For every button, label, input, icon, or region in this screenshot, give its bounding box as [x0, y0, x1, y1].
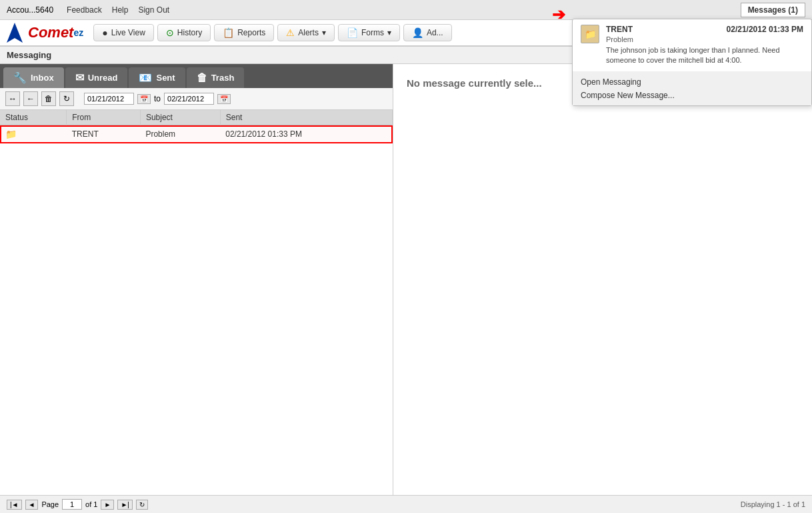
- history-label: History: [177, 28, 202, 37]
- refresh-button[interactable]: ↻: [59, 91, 74, 106]
- admin-icon: 👤: [412, 27, 423, 38]
- reports-button[interactable]: 📋 Reports: [214, 24, 274, 41]
- right-panel: No message currently sele...: [393, 64, 812, 512]
- row-sent: 02/21/2012 01:33 PM: [220, 125, 392, 143]
- trash-icon: 🗑: [197, 72, 207, 84]
- live-view-icon: ●: [102, 27, 107, 38]
- logo-swoosh-icon: [3, 21, 27, 45]
- first-page-button[interactable]: |◄: [7, 500, 22, 510]
- date-range: 📅 to 📅: [84, 93, 231, 105]
- forms-chevron-icon: ▾: [387, 28, 391, 37]
- history-button[interactable]: ⊙ History: [157, 24, 211, 41]
- signout-link[interactable]: Sign Out: [138, 5, 169, 15]
- col-from: From: [67, 110, 141, 125]
- pagination-bar: |◄ ◄ Page of 1 ► ►| ↻ Displaying 1 - 1 o…: [0, 495, 812, 513]
- popup-actions: Open Messaging Compose New Message...: [573, 72, 811, 105]
- history-icon: ⊙: [166, 27, 174, 38]
- top-bar: Accou...5640 Feedback Help Sign Out ➔ Me…: [0, 0, 812, 20]
- forms-button[interactable]: 📄 Forms ▾: [338, 24, 400, 41]
- popup-message-header: TRENT 02/21/2012 01:33 PM: [606, 25, 803, 34]
- date-from-calendar-button[interactable]: 📅: [137, 94, 151, 104]
- date-from-input[interactable]: [84, 93, 134, 105]
- admin-label: Ad...: [427, 28, 443, 37]
- move-button[interactable]: ↔: [5, 91, 20, 106]
- logo-ez-text: ez: [73, 27, 83, 38]
- tab-inbox-label: Inbox: [31, 73, 54, 83]
- col-subject: Subject: [140, 110, 220, 125]
- reports-label: Reports: [237, 28, 265, 37]
- admin-button[interactable]: 👤 Ad...: [403, 24, 452, 41]
- svg-marker-0: [7, 23, 23, 43]
- account-label: Accou...5640: [7, 5, 53, 15]
- tabs-bar: 🔧 Inbox ✉ Unread 📧 Sent 🗑 Trash: [0, 64, 393, 88]
- displaying-label: Displaying 1 - 1 of 1: [741, 500, 805, 508]
- sent-icon: 📧: [139, 71, 152, 84]
- message-table-body: 📁 TRENT Problem 02/21/2012 01:33 PM: [0, 125, 393, 143]
- popup-sender: TRENT: [606, 25, 633, 34]
- delete-button[interactable]: 🗑: [41, 91, 56, 106]
- live-view-label: Live View: [111, 28, 145, 37]
- status-icon: 📁: [5, 129, 17, 139]
- top-nav-links: Feedback Help Sign Out: [67, 5, 169, 15]
- total-pages-label: of 1: [85, 500, 97, 508]
- tab-unread-label: Unread: [88, 73, 118, 83]
- message-table: Status From Subject Sent 📁 TRENT Problem…: [0, 110, 393, 143]
- alerts-icon: ⚠: [286, 27, 295, 38]
- live-view-button[interactable]: ● Live View: [93, 24, 154, 41]
- logo-comet-text: Comet: [28, 24, 73, 41]
- alerts-label: Alerts: [298, 28, 319, 37]
- tab-trash-label: Trash: [211, 73, 235, 83]
- inbox-icon: 🔧: [13, 71, 27, 84]
- table-row[interactable]: 📁 TRENT Problem 02/21/2012 01:33 PM: [0, 125, 393, 143]
- open-messaging-button[interactable]: Open Messaging: [581, 76, 803, 88]
- date-to-input[interactable]: [164, 93, 214, 105]
- refresh-page-button[interactable]: ↻: [136, 500, 148, 510]
- forms-label: Forms: [361, 28, 384, 37]
- col-sent: Sent: [220, 110, 392, 125]
- forms-icon: 📄: [347, 27, 358, 38]
- reports-icon: 📋: [223, 27, 234, 38]
- page-number-input[interactable]: [62, 499, 82, 510]
- back-button[interactable]: ←: [23, 91, 38, 106]
- toolbar: ↔ ← 🗑 ↻ 📅 to 📅: [0, 88, 393, 110]
- message-list-area: Status From Subject Sent 📁 TRENT Problem…: [0, 110, 393, 512]
- prev-page-button[interactable]: ◄: [25, 500, 39, 510]
- popup-body: The johnson job is taking longer than I …: [606, 45, 803, 66]
- row-from: TRENT: [67, 125, 141, 143]
- unread-icon: ✉: [75, 71, 84, 84]
- no-message-label: No message currently sele...: [407, 77, 542, 89]
- alerts-button[interactable]: ⚠ Alerts ▾: [277, 24, 335, 41]
- help-link[interactable]: Help: [112, 5, 129, 15]
- page-label: Page: [41, 500, 59, 508]
- main-content: 🔧 Inbox ✉ Unread 📧 Sent 🗑 Trash ↔ ← 🗑 ↻: [0, 64, 812, 512]
- feedback-link[interactable]: Feedback: [67, 5, 102, 15]
- popup-message-row[interactable]: 📁 TRENT 02/21/2012 01:33 PM Problem The …: [573, 19, 811, 72]
- messages-button[interactable]: Messages (1): [741, 3, 805, 17]
- tab-trash[interactable]: 🗑 Trash: [187, 67, 245, 88]
- tab-inbox[interactable]: 🔧 Inbox: [3, 67, 64, 88]
- row-subject: Problem: [140, 125, 220, 143]
- logo: Comet ez: [3, 21, 83, 45]
- compose-new-message-button[interactable]: Compose New Message...: [581, 89, 803, 101]
- red-arrow-icon: ➔: [552, 5, 565, 24]
- date-to-calendar-button[interactable]: 📅: [217, 94, 231, 104]
- messages-popup: 📁 TRENT 02/21/2012 01:33 PM Problem The …: [572, 19, 812, 106]
- tab-sent-label: Sent: [156, 73, 175, 83]
- popup-timestamp: 02/21/2012 01:33 PM: [727, 25, 803, 34]
- last-page-button[interactable]: ►|: [117, 500, 133, 510]
- tab-unread[interactable]: ✉ Unread: [65, 67, 128, 88]
- left-panel: 🔧 Inbox ✉ Unread 📧 Sent 🗑 Trash ↔ ← 🗑 ↻: [0, 64, 393, 512]
- col-status: Status: [0, 110, 67, 125]
- alerts-chevron-icon: ▾: [322, 28, 326, 37]
- to-label: to: [154, 94, 161, 103]
- section-title: Messaging: [7, 50, 51, 60]
- table-header-row: Status From Subject Sent: [0, 110, 393, 125]
- popup-avatar-icon: 📁: [581, 25, 599, 43]
- next-page-button[interactable]: ►: [101, 500, 114, 510]
- row-status: 📁: [0, 125, 67, 143]
- popup-message-content: TRENT 02/21/2012 01:33 PM Problem The jo…: [606, 25, 803, 66]
- popup-subject: Problem: [606, 35, 803, 43]
- tab-sent[interactable]: 📧 Sent: [129, 67, 185, 88]
